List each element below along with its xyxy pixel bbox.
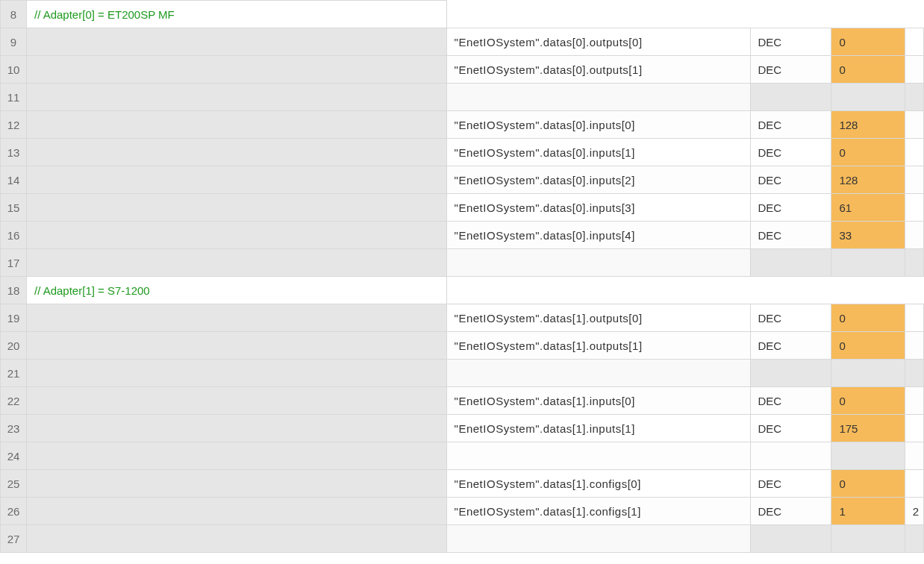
monitor-value-cell bbox=[831, 442, 905, 470]
table-row[interactable]: 24 bbox=[1, 442, 924, 470]
modify-value-cell[interactable] bbox=[905, 139, 923, 166]
display-format-cell[interactable]: DEC bbox=[750, 222, 831, 249]
table-row[interactable]: 23"EnetIOSystem".datas[1].inputs[1]DEC17… bbox=[1, 415, 924, 442]
modify-value-cell[interactable] bbox=[905, 249, 923, 277]
line-number: 20 bbox=[1, 332, 27, 360]
table-row[interactable]: 25"EnetIOSystem".datas[1].configs[0]DEC0 bbox=[1, 470, 924, 498]
indent-spacer bbox=[27, 222, 447, 249]
indent-spacer bbox=[27, 194, 447, 222]
display-format-cell[interactable]: DEC bbox=[750, 56, 831, 84]
indent-spacer bbox=[27, 166, 447, 194]
table-row[interactable]: 18// Adapter[1] = S7-1200 bbox=[1, 277, 924, 304]
modify-value-cell[interactable] bbox=[905, 360, 923, 387]
tag-name-cell[interactable]: "EnetIOSystem".datas[1].outputs[0] bbox=[446, 304, 750, 332]
tag-name-cell[interactable]: "EnetIOSystem".datas[0].inputs[1] bbox=[446, 139, 750, 166]
display-format-cell[interactable]: DEC bbox=[750, 139, 831, 166]
display-format-cell[interactable] bbox=[750, 249, 831, 277]
line-number: 24 bbox=[1, 442, 27, 470]
tag-name-cell[interactable]: "EnetIOSystem".datas[0].outputs[0] bbox=[446, 28, 750, 56]
indent-spacer bbox=[27, 415, 447, 442]
modify-value-cell[interactable] bbox=[905, 470, 923, 498]
table-row[interactable]: 26"EnetIOSystem".datas[1].configs[1]DEC1… bbox=[1, 498, 924, 525]
table-row[interactable]: 14"EnetIOSystem".datas[0].inputs[2]DEC12… bbox=[1, 166, 924, 194]
display-format-cell[interactable]: DEC bbox=[750, 332, 831, 360]
tag-name-cell[interactable]: "EnetIOSystem".datas[0].inputs[0] bbox=[446, 111, 750, 139]
table-row[interactable]: 19"EnetIOSystem".datas[1].outputs[0]DEC0 bbox=[1, 304, 924, 332]
table-row[interactable]: 13"EnetIOSystem".datas[0].inputs[1]DEC0 bbox=[1, 139, 924, 166]
modify-value-cell[interactable] bbox=[905, 332, 923, 360]
table-row[interactable]: 20"EnetIOSystem".datas[1].outputs[1]DEC0 bbox=[1, 332, 924, 360]
tag-name-cell[interactable]: "EnetIOSystem".datas[0].inputs[2] bbox=[446, 166, 750, 194]
modify-value-cell[interactable] bbox=[905, 111, 923, 139]
line-number: 14 bbox=[1, 166, 27, 194]
modify-value-cell[interactable] bbox=[905, 525, 923, 553]
tag-name-cell[interactable] bbox=[446, 84, 750, 111]
table-row[interactable]: 22"EnetIOSystem".datas[1].inputs[0]DEC0 bbox=[1, 387, 924, 415]
table-row[interactable]: 17 bbox=[1, 249, 924, 277]
tag-name-cell[interactable]: "EnetIOSystem".datas[1].configs[0] bbox=[446, 470, 750, 498]
table-row[interactable]: 12"EnetIOSystem".datas[0].inputs[0]DEC12… bbox=[1, 111, 924, 139]
tag-name-cell[interactable]: "EnetIOSystem".datas[1].configs[1] bbox=[446, 498, 750, 525]
table-row[interactable]: 21 bbox=[1, 360, 924, 387]
display-format-cell[interactable]: DEC bbox=[750, 415, 831, 442]
modify-value-cell[interactable] bbox=[905, 28, 923, 56]
indent-spacer bbox=[27, 332, 447, 360]
modify-value-cell[interactable] bbox=[905, 387, 923, 415]
table-row[interactable]: 27 bbox=[1, 525, 924, 553]
table-row[interactable]: 8// Adapter[0] = ET200SP MF bbox=[1, 1, 924, 28]
tag-name-cell[interactable]: "EnetIOSystem".datas[1].inputs[1] bbox=[446, 415, 750, 442]
monitor-value-cell: 0 bbox=[831, 304, 905, 332]
indent-spacer bbox=[27, 304, 447, 332]
table-row[interactable]: 9"EnetIOSystem".datas[0].outputs[0]DEC0 bbox=[1, 28, 924, 56]
display-format-cell[interactable]: DEC bbox=[750, 304, 831, 332]
table-row[interactable]: 10"EnetIOSystem".datas[0].outputs[1]DEC0 bbox=[1, 56, 924, 84]
indent-spacer bbox=[27, 470, 447, 498]
tag-name-cell[interactable] bbox=[446, 249, 750, 277]
modify-value-cell[interactable] bbox=[905, 166, 923, 194]
tag-name-cell[interactable]: "EnetIOSystem".datas[0].inputs[3] bbox=[446, 194, 750, 222]
indent-spacer bbox=[27, 84, 447, 111]
tag-name-cell[interactable]: "EnetIOSystem".datas[1].inputs[0] bbox=[446, 387, 750, 415]
line-number: 26 bbox=[1, 498, 27, 525]
monitor-value-cell: 0 bbox=[831, 28, 905, 56]
display-format-cell[interactable]: DEC bbox=[750, 194, 831, 222]
indent-spacer bbox=[27, 139, 447, 166]
line-number: 25 bbox=[1, 470, 27, 498]
display-format-cell[interactable]: DEC bbox=[750, 111, 831, 139]
display-format-cell[interactable]: DEC bbox=[750, 470, 831, 498]
display-format-cell[interactable]: DEC bbox=[750, 498, 831, 525]
display-format-cell[interactable] bbox=[750, 84, 831, 111]
tag-name-cell[interactable]: "EnetIOSystem".datas[1].outputs[1] bbox=[446, 332, 750, 360]
modify-value-cell[interactable] bbox=[905, 84, 923, 111]
indent-spacer bbox=[27, 387, 447, 415]
tag-name-cell[interactable] bbox=[446, 525, 750, 553]
modify-value-cell[interactable] bbox=[905, 56, 923, 84]
display-format-cell[interactable] bbox=[750, 360, 831, 387]
tag-name-cell[interactable]: "EnetIOSystem".datas[0].inputs[4] bbox=[446, 222, 750, 249]
display-format-cell[interactable] bbox=[750, 525, 831, 553]
display-format-cell[interactable]: DEC bbox=[750, 28, 831, 56]
display-format-cell[interactable] bbox=[750, 442, 831, 470]
modify-value-cell[interactable] bbox=[905, 222, 923, 249]
table-row[interactable]: 15"EnetIOSystem".datas[0].inputs[3]DEC61 bbox=[1, 194, 924, 222]
modify-value-cell[interactable] bbox=[905, 194, 923, 222]
line-number: 22 bbox=[1, 387, 27, 415]
modify-value-cell[interactable] bbox=[905, 415, 923, 442]
comment-text[interactable]: // Adapter[0] = ET200SP MF bbox=[27, 1, 447, 28]
display-format-cell[interactable]: DEC bbox=[750, 166, 831, 194]
tag-name-cell[interactable]: "EnetIOSystem".datas[0].outputs[1] bbox=[446, 56, 750, 84]
line-number: 18 bbox=[1, 277, 27, 304]
line-number: 15 bbox=[1, 194, 27, 222]
indent-spacer bbox=[27, 56, 447, 84]
modify-value-cell[interactable] bbox=[905, 442, 923, 470]
table-row[interactable]: 16"EnetIOSystem".datas[0].inputs[4]DEC33 bbox=[1, 222, 924, 249]
line-number: 16 bbox=[1, 222, 27, 249]
table-row[interactable]: 11 bbox=[1, 84, 924, 111]
watch-table: 8// Adapter[0] = ET200SP MF9"EnetIOSyste… bbox=[0, 0, 924, 553]
tag-name-cell[interactable] bbox=[446, 360, 750, 387]
display-format-cell[interactable]: DEC bbox=[750, 387, 831, 415]
modify-value-cell[interactable] bbox=[905, 304, 923, 332]
comment-text[interactable]: // Adapter[1] = S7-1200 bbox=[27, 277, 447, 304]
modify-value-cell[interactable]: 2 bbox=[905, 498, 923, 525]
tag-name-cell[interactable] bbox=[446, 442, 750, 470]
